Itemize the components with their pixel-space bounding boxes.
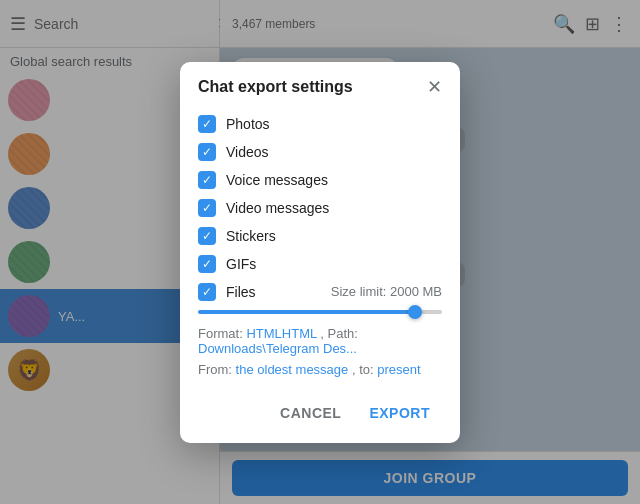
check-icon-4: ✓	[202, 202, 212, 214]
checkbox-photos[interactable]: ✓ Photos	[198, 110, 442, 138]
checkbox-gifs-label: GIFs	[226, 256, 256, 272]
checkbox-videos-label: Videos	[226, 144, 269, 160]
check-icon-7: ✓	[202, 286, 212, 298]
path-value[interactable]: Downloads\Telegram Des...	[198, 341, 357, 356]
check-icon-6: ✓	[202, 258, 212, 270]
checkbox-photos-label: Photos	[226, 116, 270, 132]
checkbox-video-messages[interactable]: ✓ Video messages	[198, 194, 442, 222]
slider-container	[198, 306, 442, 322]
check-icon: ✓	[202, 118, 212, 130]
cancel-button[interactable]: CANCEL	[268, 397, 353, 429]
format-value-text[interactable]: HTML	[282, 326, 317, 341]
checkbox-photos-box[interactable]: ✓	[198, 115, 216, 133]
dialog-close-icon[interactable]: ✕	[427, 78, 442, 96]
checkbox-stickers[interactable]: ✓ Stickers	[198, 222, 442, 250]
checkbox-vm-label: Video messages	[226, 200, 329, 216]
checkbox-stickers-box[interactable]: ✓	[198, 227, 216, 245]
checkbox-voice-label: Voice messages	[226, 172, 328, 188]
checkbox-voice-box[interactable]: ✓	[198, 171, 216, 189]
checkbox-stickers-label: Stickers	[226, 228, 276, 244]
format-line: Format: HTMLHTML , Path: Downloads\Teleg…	[198, 322, 442, 358]
checkbox-videos-box[interactable]: ✓	[198, 143, 216, 161]
to-label: , to:	[352, 362, 377, 377]
size-slider[interactable]	[198, 310, 442, 314]
checkbox-gifs[interactable]: ✓ GIFs	[198, 250, 442, 278]
from-value[interactable]: the oldest message	[236, 362, 349, 377]
dialog-header: Chat export settings ✕	[180, 62, 460, 106]
checkbox-videos[interactable]: ✓ Videos	[198, 138, 442, 166]
dialog-actions: CANCEL EXPORT	[180, 387, 460, 443]
path-label: , Path:	[320, 326, 358, 341]
to-value[interactable]: present	[377, 362, 420, 377]
from-label: From:	[198, 362, 232, 377]
format-value[interactable]: HTML	[246, 326, 281, 341]
format-label: Format:	[198, 326, 243, 341]
checkbox-gifs-box[interactable]: ✓	[198, 255, 216, 273]
export-dialog: Chat export settings ✕ ✓ Photos ✓ Videos…	[180, 62, 460, 443]
from-line: From: the oldest message , to: present	[198, 358, 442, 379]
checkbox-vm-box[interactable]: ✓	[198, 199, 216, 217]
check-icon-3: ✓	[202, 174, 212, 186]
files-left: ✓ Files	[198, 283, 256, 301]
size-limit-label: Size limit: 2000 MB	[331, 284, 442, 299]
dialog-body: ✓ Photos ✓ Videos ✓ Voice messages ✓ Vid…	[180, 106, 460, 387]
checkbox-files-box[interactable]: ✓	[198, 283, 216, 301]
app-container: ☰ ✕ Global search results	[0, 0, 640, 504]
check-icon-5: ✓	[202, 230, 212, 242]
slider-thumb	[408, 305, 422, 319]
check-icon-2: ✓	[202, 146, 212, 158]
dialog-overlay: Chat export settings ✕ ✓ Photos ✓ Videos…	[0, 0, 640, 504]
export-button[interactable]: EXPORT	[357, 397, 442, 429]
files-label: Files	[226, 284, 256, 300]
checkbox-voice[interactable]: ✓ Voice messages	[198, 166, 442, 194]
files-row[interactable]: ✓ Files Size limit: 2000 MB	[198, 278, 442, 306]
dialog-title: Chat export settings	[198, 78, 353, 96]
